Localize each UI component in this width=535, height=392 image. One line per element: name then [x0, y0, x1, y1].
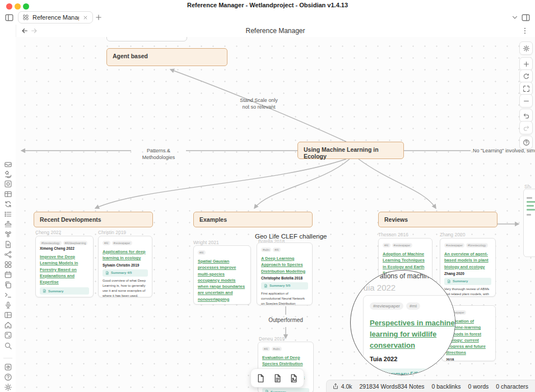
- ribbon-share-graph-button[interactable]: [3, 250, 12, 259]
- close-tab-button[interactable]: [82, 15, 89, 21]
- canvas-settings-button[interactable]: [519, 41, 533, 55]
- help-icon: [4, 373, 12, 381]
- ribbon-table-button[interactable]: [3, 189, 12, 198]
- ribbon-grid-button[interactable]: [3, 260, 12, 269]
- tag[interactable]: #reviewpaper: [112, 241, 132, 245]
- card-title-link[interactable]: A Deep Learning Approach to Species Dist…: [261, 255, 308, 274]
- card-wright[interactable]: #AISpatial Gausian processes improve mul…: [193, 245, 251, 305]
- lens-tag[interactable]: #ml: [406, 302, 420, 310]
- tag[interactable]: #reviewpaper: [392, 243, 412, 248]
- node-recent-developments[interactable]: Recent Developments: [34, 212, 153, 227]
- tag[interactable]: #forestecology: [40, 241, 62, 245]
- minus-icon: [523, 97, 530, 105]
- panes-left-icon: [4, 13, 14, 22]
- right-sidebar-toggle-button[interactable]: [520, 12, 531, 22]
- lens-tag[interactable]: #reviewpaper: [370, 302, 403, 310]
- undo-button[interactable]: [519, 109, 533, 122]
- tab-list-button[interactable]: [510, 13, 519, 22]
- status-item[interactable]: 0 characters: [496, 383, 528, 390]
- ribbon-vault-button[interactable]: [3, 362, 12, 371]
- new-tab-button[interactable]: [94, 13, 103, 22]
- tag[interactable]: #AI/deeplearning: [63, 241, 88, 245]
- more-options-button[interactable]: [520, 26, 529, 35]
- card-body: Very thorough review of ABMs and related…: [444, 287, 491, 297]
- ribbon-microscope-button[interactable]: [3, 169, 12, 178]
- dice-icon: [4, 331, 12, 339]
- tag[interactable]: #AI: [198, 250, 206, 255]
- microphone-icon: [4, 301, 12, 309]
- canvas-help-button[interactable]: [519, 136, 533, 149]
- tag-row: #AI#reviewpaper: [103, 241, 148, 245]
- redo-button[interactable]: [519, 121, 533, 134]
- lens-card[interactable]: #reviewpaper #ml Perspectives in machine…: [363, 295, 455, 375]
- card-label-christin: Christin 2019: [98, 230, 126, 235]
- canvas-grid-icon: [22, 14, 29, 21]
- tab-reference-manager[interactable]: Reference Manager: [18, 11, 93, 24]
- upload-icon: [332, 383, 339, 390]
- ribbon-sync-button[interactable]: [3, 199, 12, 208]
- status-count-value: 4.0k: [341, 383, 352, 390]
- card-title-link[interactable]: Improve the Deep Learning Models in Fore…: [40, 254, 89, 285]
- share-graph-icon: [4, 250, 12, 259]
- calendar-icon: [4, 270, 12, 279]
- ribbon-molecule-button[interactable]: [3, 230, 12, 239]
- ribbon-calendar-button[interactable]: [3, 270, 12, 279]
- add-card-button[interactable]: [254, 371, 268, 385]
- ribbon-search-button[interactable]: [3, 341, 12, 350]
- reset-zoom-button[interactable]: [519, 69, 533, 83]
- tag[interactable]: #reviewpaper: [444, 243, 464, 248]
- add-media-from-vault-button[interactable]: [287, 371, 301, 385]
- ribbon-terminal-button[interactable]: [3, 290, 12, 299]
- ribbon-checklist-button[interactable]: [3, 209, 12, 218]
- ribbon-settings-button[interactable]: [3, 382, 12, 391]
- canvas[interactable]: Patterns & Methodologies No "Learning" i…: [16, 37, 535, 392]
- ribbon-home-button[interactable]: [3, 320, 12, 329]
- tag[interactable]: #AI: [273, 248, 281, 252]
- status-item[interactable]: 0 backlinks: [432, 383, 461, 390]
- zoom-in-button[interactable]: [519, 57, 533, 71]
- callout-title: Summary 5/5: [269, 284, 290, 287]
- card-edge-partial[interactable]: [523, 189, 535, 257]
- tag[interactable]: #AI: [103, 241, 110, 245]
- status-item[interactable]: 291834 Words834 Notes: [360, 383, 425, 390]
- ribbon-help-button[interactable]: [3, 372, 12, 381]
- left-sidebar-toggle-button[interactable]: [4, 12, 14, 22]
- card-botella[interactable]: #sdm#AIA Deep Learning Approach to Speci…: [257, 242, 313, 305]
- ribbon-dice-button[interactable]: [3, 330, 12, 339]
- ribbon-stamp-button[interactable]: [3, 220, 12, 228]
- zoom-out-button[interactable]: [519, 94, 533, 108]
- card-zhang[interactable]: #reviewpaper#forestecologyAn overview of…: [440, 238, 496, 297]
- tag[interactable]: #sdm: [261, 248, 271, 252]
- ribbon-layout-button[interactable]: [3, 310, 12, 319]
- tag[interactable]: #forestecology: [466, 243, 488, 248]
- card-title-link[interactable]: An overview of agent-based models in pla…: [444, 251, 491, 270]
- status-item[interactable]: 0 words: [468, 383, 489, 390]
- lens-card-title-link[interactable]: Perspectives in machine learning for wil…: [370, 318, 455, 351]
- ribbon-copy-button[interactable]: [3, 280, 12, 289]
- ribbon-page-plus-button[interactable]: [3, 240, 12, 249]
- card-title-link[interactable]: Applications for deep learning in ecolog…: [103, 249, 148, 262]
- status-count[interactable]: 4.0k: [332, 383, 352, 390]
- tag[interactable]: #AI: [262, 347, 270, 351]
- card-title-link[interactable]: Spatial Gausian processes improve multi-…: [198, 258, 246, 302]
- card-christin[interactable]: #AI#reviewpaperApplications for deep lea…: [98, 236, 152, 297]
- ribbon-target-button[interactable]: [3, 179, 12, 188]
- callout-title: Summary 4/5: [111, 271, 132, 274]
- home-icon: [4, 321, 12, 329]
- tag[interactable]: #AI: [383, 243, 390, 248]
- ribbon-microphone-button[interactable]: [3, 300, 12, 309]
- add-note-from-vault-button[interactable]: [271, 371, 284, 385]
- grid-icon: [4, 260, 12, 269]
- node-reviews[interactable]: Reviews: [378, 212, 497, 227]
- node-using-ml[interactable]: Using Machine Learning in Ecology: [297, 142, 404, 159]
- summary-callout: Summary 5/5: [261, 282, 308, 290]
- tag-row: #reviewpaper#forestecology: [444, 243, 491, 248]
- node-partial-top[interactable]: [106, 37, 187, 41]
- node-examples[interactable]: Examples: [193, 212, 313, 227]
- zoom-to-fit-button[interactable]: [519, 82, 533, 95]
- card-cheng[interactable]: #forestecology#AI/deeplearningXimeng Che…: [35, 236, 94, 297]
- ribbon-tray-button[interactable]: [3, 159, 12, 168]
- node-agent-based[interactable]: Agent based: [106, 48, 227, 66]
- page-plus-icon: [4, 240, 12, 249]
- tag[interactable]: #sdm: [272, 347, 282, 351]
